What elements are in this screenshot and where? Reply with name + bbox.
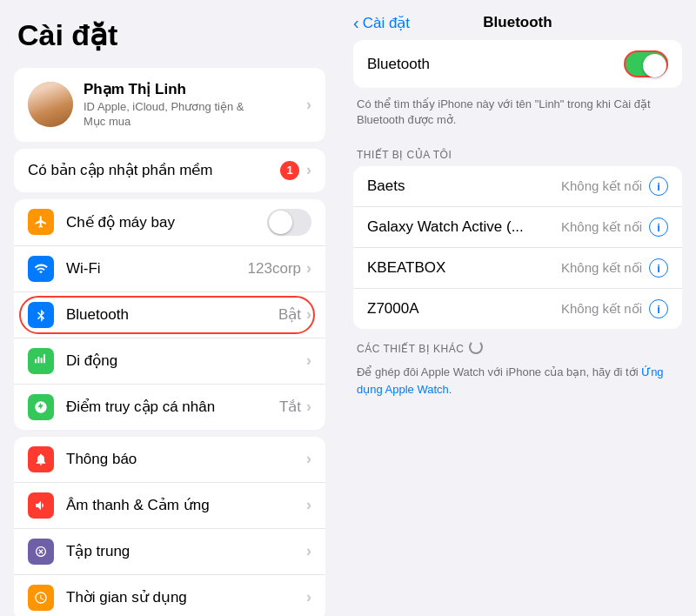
device-info-button[interactable]: i xyxy=(649,218,668,237)
my-devices-header: THIẾT BỊ CỦA TÔI xyxy=(353,144,682,166)
bluetooth-value: Bật xyxy=(278,305,301,324)
page-title: Cài đặt xyxy=(0,0,339,61)
device-item-galaxywatch[interactable]: Galaxy Watch Active (... Không kết nối i xyxy=(353,207,682,248)
chevron-right-icon: › xyxy=(306,588,311,606)
chevron-right-icon: › xyxy=(306,259,311,278)
notifications-icon xyxy=(28,446,54,472)
other-devices-label: CÁC THIẾT BỊ KHÁC xyxy=(357,343,464,355)
chevron-right-icon: › xyxy=(306,450,311,468)
settings-item-bluetooth[interactable]: Bluetooth Bật › xyxy=(14,292,325,338)
settings-item-screentime[interactable]: Thời gian sử dụng › xyxy=(14,575,325,616)
back-label: Cài đặt xyxy=(363,14,410,32)
device-info-button[interactable]: i xyxy=(649,258,668,278)
device-item-z7000a[interactable]: Z7000A Không kết nối i xyxy=(353,289,682,329)
bluetooth-row-label: Bluetooth xyxy=(367,56,430,73)
device-name: KBEATBOX xyxy=(367,259,445,277)
chevron-right-icon: › xyxy=(306,96,311,114)
profile-card[interactable]: Phạm Thị Linh ID Apple, iCloud, Phương t… xyxy=(14,68,325,142)
right-content: Bluetooth Có thể tìm thấy iPhone này với… xyxy=(339,40,696,401)
focus-icon xyxy=(28,539,54,565)
loading-spinner xyxy=(469,340,483,354)
device-name: Z7000A xyxy=(367,300,419,318)
update-badge: 1 xyxy=(280,161,299,180)
cellular-label: Di động xyxy=(66,352,117,370)
left-panel: Cài đặt Phạm Thị Linh ID Apple, iCloud, … xyxy=(0,0,339,616)
device-status: Không kết nối xyxy=(561,178,642,194)
notifications-label: Thông báo xyxy=(66,451,137,468)
device-name: Galaxy Watch Active (... xyxy=(367,218,524,236)
right-panel-title: Bluetooth xyxy=(483,14,552,31)
back-button[interactable]: ‹ Cài đặt xyxy=(353,13,410,33)
airplane-icon xyxy=(28,209,54,235)
right-header: ‹ Cài đặt Bluetooth xyxy=(339,0,696,40)
screentime-label: Thời gian sử dụng xyxy=(66,588,187,606)
device-item-baets[interactable]: Baets Không kết nối i xyxy=(353,166,682,207)
chevron-right-icon: › xyxy=(306,161,311,179)
settings-item-airplane[interactable]: Chế độ máy bay xyxy=(14,199,325,246)
bluetooth-toggle[interactable] xyxy=(624,50,668,77)
other-devices-header: CÁC THIẾT BỊ KHÁC xyxy=(353,334,682,360)
hotspot-icon xyxy=(28,394,54,420)
device-name: Baets xyxy=(367,177,405,195)
wifi-label: Wi-Fi xyxy=(66,260,101,278)
settings-item-notifications[interactable]: Thông báo › xyxy=(14,437,325,483)
sound-label: Âm thanh & Cảm ứng xyxy=(66,496,210,514)
my-devices-group: Baets Không kết nối i Galaxy Watch Activ… xyxy=(353,166,682,329)
wifi-icon xyxy=(28,256,54,282)
chevron-right-icon: › xyxy=(306,496,311,514)
device-info-button[interactable]: i xyxy=(649,299,668,318)
cellular-icon xyxy=(28,348,54,374)
avatar xyxy=(28,82,73,127)
update-banner[interactable]: Có bản cập nhật phần mềm 1 › xyxy=(14,149,325,192)
device-info-button[interactable]: i xyxy=(649,177,668,196)
bluetooth-label: Bluetooth xyxy=(66,306,129,324)
settings-item-cellular[interactable]: Di động › xyxy=(14,338,325,385)
device-status: Không kết nối xyxy=(561,260,642,276)
bluetooth-description: Có thể tìm thấy iPhone này với tên "Linh… xyxy=(353,93,682,140)
settings-item-wifi[interactable]: Wi-Fi 123corp › xyxy=(14,246,325,292)
profile-name: Phạm Thị Linh xyxy=(84,80,244,98)
bluetooth-icon xyxy=(28,302,54,328)
back-chevron-icon: ‹ xyxy=(353,13,359,33)
device-item-kbeatbox[interactable]: KBEATBOX Không kết nối i xyxy=(353,248,682,289)
airplane-toggle[interactable] xyxy=(267,209,311,236)
right-panel: ‹ Cài đặt Bluetooth Bluetooth Có thể tìm… xyxy=(339,0,696,616)
focus-label: Tập trung xyxy=(66,542,130,560)
update-label: Có bản cập nhật phần mềm xyxy=(28,161,213,179)
chevron-right-icon: › xyxy=(306,398,311,416)
bluetooth-toggle-row: Bluetooth xyxy=(353,40,682,88)
device-status: Không kết nối xyxy=(561,219,642,235)
device-status: Không kết nối xyxy=(561,301,642,317)
chevron-right-icon: › xyxy=(306,305,311,324)
profile-subtitle: ID Apple, iCloud, Phương tiện &Mục mua xyxy=(84,100,244,130)
hotspot-value: Tắt xyxy=(279,398,301,416)
settings-item-sound[interactable]: Âm thanh & Cảm ứng › xyxy=(14,483,325,529)
settings-group-general: Thông báo › Âm thanh & Cảm ứng › xyxy=(14,437,325,616)
wifi-value: 123corp xyxy=(248,260,301,278)
airplane-label: Chế độ máy bay xyxy=(66,213,175,231)
chevron-right-icon: › xyxy=(306,542,311,560)
settings-item-focus[interactable]: Tập trung › xyxy=(14,529,325,575)
settings-item-hotspot[interactable]: Điểm truy cập cá nhân Tắt › xyxy=(14,385,325,430)
sound-icon xyxy=(28,492,54,519)
settings-group-connectivity: Chế độ máy bay Wi-Fi 123corp › xyxy=(14,199,325,430)
hotspot-label: Điểm truy cập cá nhân xyxy=(66,398,215,416)
other-devices-description: Để ghép đôi Apple Watch với iPhone của b… xyxy=(353,360,682,401)
other-desc-plain: Để ghép đôi Apple Watch với iPhone của b… xyxy=(357,365,641,378)
chevron-right-icon: › xyxy=(306,352,311,370)
screentime-icon xyxy=(28,585,54,611)
